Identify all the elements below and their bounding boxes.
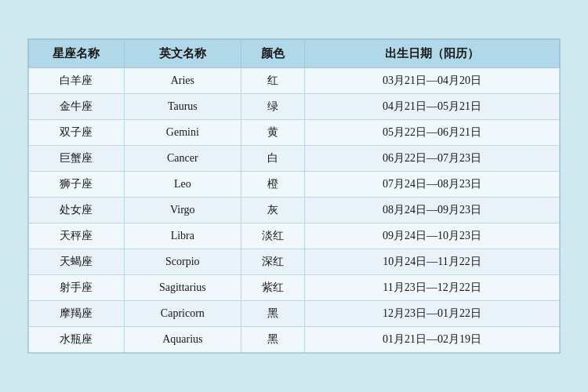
cell-date: 12月23日—01月22日: [305, 301, 560, 327]
cell-chinese: 狮子座: [29, 172, 125, 198]
cell-date: 07月24日—08月23日: [305, 172, 560, 198]
cell-english: Libra: [124, 223, 241, 249]
cell-chinese: 天秤座: [29, 223, 125, 249]
table-row: 水瓶座Aquarius黑01月21日—02月19日: [29, 327, 560, 353]
cell-color: 橙: [241, 172, 304, 198]
table-row: 处女座Virgo灰08月24日—09月23日: [29, 198, 560, 223]
cell-date: 01月21日—02月19日: [305, 327, 560, 353]
cell-color: 白: [241, 146, 304, 172]
cell-date: 10月24日—11月22日: [305, 249, 560, 275]
cell-color: 黑: [241, 327, 304, 353]
cell-english: Cancer: [124, 146, 241, 172]
table-row: 巨蟹座Cancer白06月22日—07月23日: [29, 146, 560, 172]
cell-color: 灰: [241, 198, 304, 223]
header-chinese: 星座名称: [29, 40, 125, 68]
cell-english: Leo: [124, 172, 241, 198]
table-row: 狮子座Leo橙07月24日—08月23日: [29, 172, 560, 198]
cell-color: 红: [241, 68, 304, 94]
table-row: 双子座Gemini黄05月22日—06月21日: [29, 120, 560, 146]
table-row: 射手座Sagittarius紫红11月23日—12月22日: [29, 275, 560, 301]
cell-date: 03月21日—04月20日: [305, 68, 560, 94]
table-row: 金牛座Taurus绿04月21日—05月21日: [29, 94, 560, 120]
cell-date: 06月22日—07月23日: [305, 146, 560, 172]
cell-date: 11月23日—12月22日: [305, 275, 560, 301]
cell-color: 绿: [241, 94, 304, 120]
cell-english: Aries: [124, 68, 241, 94]
cell-english: Scorpio: [124, 249, 241, 275]
zodiac-table-container: 星座名称 英文名称 颜色 出生日期（阳历） 白羊座Aries红03月21日—04…: [27, 38, 561, 354]
table-row: 天蝎座Scorpio深红10月24日—11月22日: [29, 249, 560, 275]
cell-date: 08月24日—09月23日: [305, 198, 560, 223]
cell-english: Taurus: [124, 94, 241, 120]
table-header-row: 星座名称 英文名称 颜色 出生日期（阳历）: [29, 40, 560, 68]
cell-chinese: 金牛座: [29, 94, 125, 120]
cell-english: Capricorn: [124, 301, 241, 327]
cell-color: 黑: [241, 301, 304, 327]
cell-english: Virgo: [124, 198, 241, 223]
table-row: 天秤座Libra淡红09月24日—10月23日: [29, 223, 560, 249]
cell-color: 淡红: [241, 223, 304, 249]
cell-chinese: 白羊座: [29, 68, 125, 94]
cell-english: Aquarius: [124, 327, 241, 353]
table-body: 白羊座Aries红03月21日—04月20日金牛座Taurus绿04月21日—0…: [29, 68, 560, 353]
cell-date: 05月22日—06月21日: [305, 120, 560, 146]
header-english: 英文名称: [124, 40, 241, 68]
table-row: 摩羯座Capricorn黑12月23日—01月22日: [29, 301, 560, 327]
cell-chinese: 天蝎座: [29, 249, 125, 275]
cell-chinese: 巨蟹座: [29, 146, 125, 172]
cell-chinese: 水瓶座: [29, 327, 125, 353]
zodiac-table: 星座名称 英文名称 颜色 出生日期（阳历） 白羊座Aries红03月21日—04…: [28, 39, 560, 353]
cell-color: 紫红: [241, 275, 304, 301]
cell-english: Sagittarius: [124, 275, 241, 301]
cell-color: 深红: [241, 249, 304, 275]
cell-chinese: 射手座: [29, 275, 125, 301]
header-color: 颜色: [241, 40, 304, 68]
cell-chinese: 摩羯座: [29, 301, 125, 327]
cell-date: 09月24日—10月23日: [305, 223, 560, 249]
cell-english: Gemini: [124, 120, 241, 146]
cell-chinese: 处女座: [29, 198, 125, 223]
cell-date: 04月21日—05月21日: [305, 94, 560, 120]
cell-chinese: 双子座: [29, 120, 125, 146]
header-date: 出生日期（阳历）: [305, 40, 560, 68]
table-row: 白羊座Aries红03月21日—04月20日: [29, 68, 560, 94]
cell-color: 黄: [241, 120, 304, 146]
